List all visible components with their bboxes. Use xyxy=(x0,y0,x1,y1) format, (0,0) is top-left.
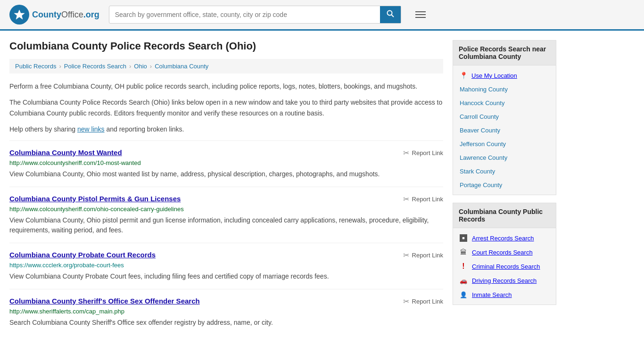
result-desc-2: View Columbiana County Probate Court fee… xyxy=(9,272,443,281)
sidebar-item-beaver[interactable]: Beaver County xyxy=(453,123,556,137)
description-2: The Columbiana County Police Records Sea… xyxy=(9,97,443,118)
breadcrumb-ohio[interactable]: Ohio xyxy=(134,63,147,70)
svg-point-2 xyxy=(387,11,392,16)
use-location-link[interactable]: Use My Location xyxy=(471,72,517,79)
arrest-icon: ■ xyxy=(460,234,467,242)
result-item: Columbiana County Probate Court Records … xyxy=(9,243,443,289)
public-records-title: Columbiana County Public Records xyxy=(453,203,556,228)
public-records-section: Columbiana County Public Records ■ Arres… xyxy=(453,203,556,305)
report-icon-3: ✂ xyxy=(403,297,409,306)
sidebar-item-hancock[interactable]: Hancock County xyxy=(453,96,556,110)
report-icon-0: ✂ xyxy=(403,148,409,157)
result-item: Columbiana County Most Wanted ✂ Report L… xyxy=(9,140,443,187)
result-url-1[interactable]: http://www.colcountysheriff.com/ohio-con… xyxy=(9,206,443,213)
report-link-1[interactable]: ✂ Report Link xyxy=(403,195,443,204)
sidebar-arrest-records[interactable]: ■ Arrest Records Search xyxy=(453,231,556,245)
report-icon-1: ✂ xyxy=(403,195,409,204)
use-my-location[interactable]: 📍 Use My Location xyxy=(453,68,556,82)
result-title-0[interactable]: Columbiana County Most Wanted xyxy=(9,148,122,156)
sidebar-item-stark[interactable]: Stark County xyxy=(453,165,556,178)
result-desc-3: Search Columbiana County Sheriff's Offic… xyxy=(9,318,443,328)
sidebar-item-portage[interactable]: Portage County xyxy=(453,178,556,192)
result-url-2[interactable]: https://www.ccclerk.org/probate-court-fe… xyxy=(9,262,443,269)
breadcrumb-police-records[interactable]: Police Records Search xyxy=(64,63,126,70)
result-title-1[interactable]: Columbiana County Pistol Permits & Gun L… xyxy=(9,195,181,203)
search-bar xyxy=(109,6,401,24)
sidebar-item-jefferson[interactable]: Jefferson County xyxy=(453,137,556,151)
breadcrumb-sep-3: › xyxy=(150,63,152,70)
description-1: Perform a free Columbiana County, OH pub… xyxy=(9,81,443,91)
result-title-2[interactable]: Columbiana County Probate Court Records xyxy=(9,251,156,259)
criminal-icon: ! xyxy=(460,263,467,270)
svg-line-3 xyxy=(391,15,394,17)
sidebar-item-lawrence[interactable]: Lawrence County xyxy=(453,151,556,165)
page-title: Columbiana County Police Records Search … xyxy=(9,40,443,52)
results-list: Columbiana County Most Wanted ✂ Report L… xyxy=(9,140,443,335)
sidebar: Police Records Search near Columbiana Co… xyxy=(453,40,556,335)
logo[interactable]: CountyOffice.org xyxy=(9,5,99,25)
sidebar-inmate-search[interactable]: 👤 Inmate Search xyxy=(453,288,556,302)
nearby-section-title: Police Records Search near Columbiana Co… xyxy=(453,41,556,66)
result-desc-1: View Columbiana County, Ohio pistol perm… xyxy=(9,215,443,235)
main-content: Columbiana County Police Records Search … xyxy=(9,40,443,335)
report-link-3[interactable]: ✂ Report Link xyxy=(403,297,443,306)
nearby-section: Police Records Search near Columbiana Co… xyxy=(453,40,556,195)
court-icon: 🏛 xyxy=(460,248,467,256)
result-url-3[interactable]: http://www.sheriffalerts.com/cap_main.ph… xyxy=(9,308,443,315)
report-icon-2: ✂ xyxy=(403,251,409,260)
logo-icon xyxy=(9,5,29,25)
description-3: Help others by sharing new links and rep… xyxy=(9,124,443,134)
sidebar-item-carroll[interactable]: Carroll County xyxy=(453,110,556,123)
sidebar-driving-records[interactable]: 🚗 Driving Records Search xyxy=(453,273,556,288)
sidebar-criminal-records[interactable]: ! Criminal Records Search xyxy=(453,259,556,273)
report-link-0[interactable]: ✂ Report Link xyxy=(403,148,443,157)
new-links-link[interactable]: new links xyxy=(77,125,105,133)
logo-text: CountyOffice.org xyxy=(32,10,99,20)
report-link-2[interactable]: ✂ Report Link xyxy=(403,251,443,260)
search-input[interactable] xyxy=(109,7,380,22)
location-pin-icon: 📍 xyxy=(460,72,468,79)
sidebar-court-records[interactable]: 🏛 Court Records Search xyxy=(453,245,556,259)
breadcrumb-sep-2: › xyxy=(129,63,131,70)
breadcrumb: Public Records › Police Records Search ›… xyxy=(9,59,443,74)
result-item: Columbiana County Pistol Permits & Gun L… xyxy=(9,187,443,243)
inmate-icon: 👤 xyxy=(460,291,467,298)
breadcrumb-columbiana[interactable]: Columbiana County xyxy=(155,63,208,70)
sidebar-item-mahoning[interactable]: Mahoning County xyxy=(453,82,556,96)
result-item: Columbiana County Sheriff's Office Sex O… xyxy=(9,289,443,335)
result-desc-0: View Columbiana County, Ohio most wanted… xyxy=(9,169,443,179)
breadcrumb-public-records[interactable]: Public Records xyxy=(15,63,56,70)
breadcrumb-sep-1: › xyxy=(59,63,61,70)
driving-icon: 🚗 xyxy=(460,277,467,284)
result-title-3[interactable]: Columbiana County Sheriff's Office Sex O… xyxy=(9,297,200,305)
search-button[interactable] xyxy=(380,6,401,23)
menu-button[interactable] xyxy=(415,9,426,20)
result-url-0[interactable]: http://www.colcountysheriff.com/10-most-… xyxy=(9,159,443,166)
